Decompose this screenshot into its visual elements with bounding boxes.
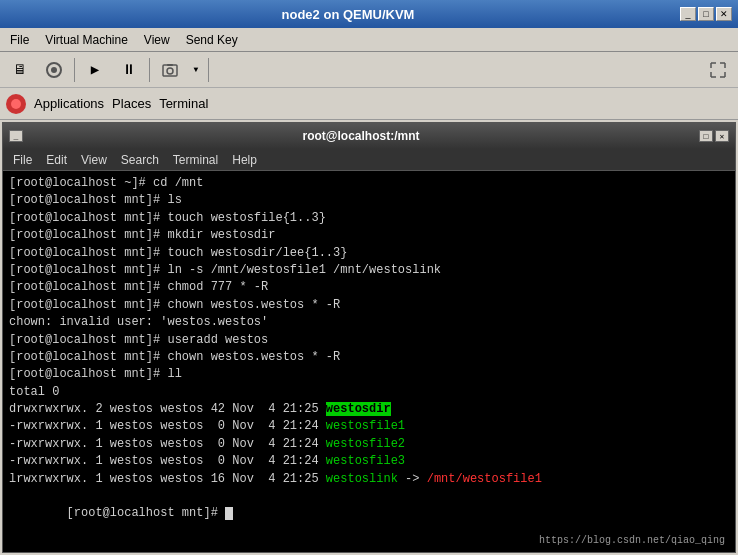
inner-menu-edit[interactable]: Edit (40, 151, 73, 169)
inner-menu-file[interactable]: File (7, 151, 38, 169)
list-item: [root@localhost mnt]# ls (9, 192, 729, 209)
list-item: [root@localhost mnt]# mkdir westosdir (9, 227, 729, 244)
list-item: [root@localhost mnt]# touch westosdir/le… (9, 245, 729, 262)
inner-minimize-button[interactable]: _ (9, 130, 23, 142)
inner-titlebar: _ root@localhost:/mnt □ ✕ (3, 123, 735, 149)
menu-file[interactable]: File (4, 31, 35, 49)
close-button[interactable]: ✕ (716, 7, 732, 21)
inner-menu-view[interactable]: View (75, 151, 113, 169)
list-item: [root@localhost mnt]# useradd westos (9, 332, 729, 349)
inner-menu-help[interactable]: Help (226, 151, 263, 169)
cursor (225, 507, 233, 520)
terminal-label[interactable]: Terminal (159, 96, 208, 111)
minimize-button[interactable]: _ (680, 7, 696, 21)
list-item: total 0 (9, 384, 729, 401)
monitor-button[interactable]: 🖥 (4, 56, 36, 84)
list-item: lrwxrwxrwx. 1 westos westos 16 Nov 4 21:… (9, 471, 729, 488)
screenshot-button[interactable] (154, 56, 186, 84)
screenshot-dropdown[interactable]: ▼ (188, 56, 204, 84)
apps-bar: Applications Places Terminal (0, 88, 738, 120)
list-item: [root@localhost ~]# cd /mnt (9, 175, 729, 192)
list-item: [root@localhost mnt]# chmod 777 * -R (9, 279, 729, 296)
svg-point-3 (167, 68, 173, 74)
svg-rect-4 (167, 64, 173, 66)
list-item: [root@localhost mnt]# ll (9, 366, 729, 383)
list-item: chown: invalid user: 'westos.westos' (9, 314, 729, 331)
svg-point-1 (51, 67, 57, 73)
prompt-line: [root@localhost mnt]# (9, 488, 729, 540)
places-label[interactable]: Places (112, 96, 151, 111)
terminal-content[interactable]: [root@localhost ~]# cd /mnt [root@localh… (3, 171, 735, 552)
inner-window-controls-left: _ (9, 130, 23, 142)
menu-view[interactable]: View (138, 31, 176, 49)
inner-menubar: File Edit View Search Terminal Help (3, 149, 735, 171)
inner-window-controls-right: □ ✕ (699, 130, 729, 142)
inner-window: _ root@localhost:/mnt □ ✕ File Edit View… (2, 122, 736, 553)
restore-button[interactable]: □ (698, 7, 714, 21)
outer-window-controls: _ □ ✕ (680, 7, 732, 21)
outer-window-title: node2 on QEMU/KVM (16, 7, 680, 22)
watermark: https://blog.csdn.net/qiao_qing (539, 534, 725, 549)
list-item: -rwxrwxrwx. 1 westos westos 0 Nov 4 21:2… (9, 453, 729, 470)
list-item: [root@localhost mnt]# chown westos.westo… (9, 297, 729, 314)
list-item: -rwxrwxrwx. 1 westos westos 0 Nov 4 21:2… (9, 418, 729, 435)
inner-restore-button[interactable]: □ (699, 130, 713, 142)
inner-menu-terminal[interactable]: Terminal (167, 151, 224, 169)
applications-icon (6, 94, 26, 114)
inner-menu-search[interactable]: Search (115, 151, 165, 169)
menu-send-key[interactable]: Send Key (180, 31, 244, 49)
list-item: [root@localhost mnt]# touch westosfile{1… (9, 210, 729, 227)
play-button[interactable]: ▶ (79, 56, 111, 84)
list-item: [root@localhost mnt]# ln -s /mnt/westosf… (9, 262, 729, 279)
outer-window: node2 on QEMU/KVM _ □ ✕ File Virtual Mac… (0, 0, 738, 555)
list-item: drwxrwxrwx. 2 westos westos 42 Nov 4 21:… (9, 401, 729, 418)
usb-button[interactable] (38, 56, 70, 84)
list-item: [root@localhost mnt]# chown westos.westo… (9, 349, 729, 366)
toolbar-separator-2 (149, 58, 150, 82)
outer-menubar: File Virtual Machine View Send Key (0, 28, 738, 52)
menu-virtual-machine[interactable]: Virtual Machine (39, 31, 134, 49)
inner-close-button[interactable]: ✕ (715, 130, 729, 142)
applications-label[interactable]: Applications (34, 96, 104, 111)
toolbar-separator-3 (208, 58, 209, 82)
toolbar: 🖥 ▶ ⏸ ▼ (0, 52, 738, 88)
fullscreen-button[interactable] (702, 56, 734, 84)
outer-titlebar: node2 on QEMU/KVM _ □ ✕ (0, 0, 738, 28)
inner-window-title: root@localhost:/mnt (23, 129, 699, 143)
pause-button[interactable]: ⏸ (113, 56, 145, 84)
list-item: -rwxrwxrwx. 1 westos westos 0 Nov 4 21:2… (9, 436, 729, 453)
toolbar-separator-1 (74, 58, 75, 82)
